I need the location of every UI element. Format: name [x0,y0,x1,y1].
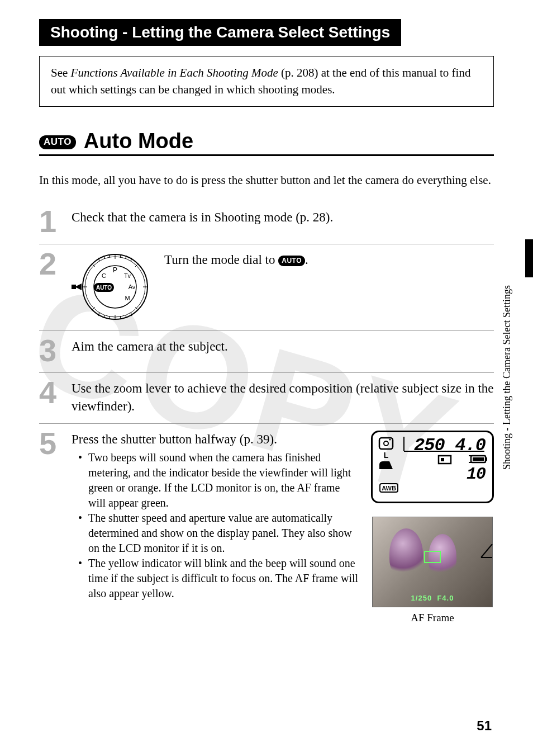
step-number: 3 [39,337,61,365]
svg-point-33 [389,439,391,441]
photo-aperture: F4.0 [437,594,454,602]
step-number: 4 [39,379,61,415]
sample-photo: 1/250 F4.0 [372,517,493,607]
steps-list: 1 Check that the camera is in Shooting m… [39,202,494,634]
intro-text: In this mode, all you have to do is pres… [39,172,494,188]
svg-line-27 [110,316,110,319]
awb-label: AWB [382,485,396,492]
svg-line-21 [110,254,110,258]
step-number: 2 [39,250,61,323]
step-text: Aim the camera at the subject. [72,337,494,365]
lcd-shots: 10 [467,462,486,486]
step-number: 5 [39,429,61,626]
note-intro: See [51,66,71,79]
svg-text:Tv: Tv [124,272,131,279]
note-box: See Functions Available in Each Shooting… [39,56,494,107]
note-italic: Functions Available in Each Shooting Mod… [71,66,278,79]
step-text: Use the zoom lever to achieve the desire… [72,379,494,415]
svg-rect-18 [72,285,76,289]
section-header: AUTO Auto Mode [39,129,494,156]
svg-rect-39 [441,458,444,461]
svg-text:Av: Av [129,284,136,290]
bullet-item: The yellow indicator will blink and the … [78,556,360,601]
svg-text:AUTO: AUTO [96,285,112,291]
lcd-panel-illustration: L AWB [371,431,494,503]
mode-dial-illustration: AUTO P Tv Av M C [72,251,150,323]
photo-shutter: 1/250 [411,594,432,602]
chapter-title: Shooting - Letting the Camera Select Set… [39,19,401,46]
af-frame-indicator [424,551,441,563]
bullet-item: The shutter speed and aperture value are… [78,511,360,556]
lcd-shutter: 250 [414,433,445,459]
step-text: Check that the camera is in Shooting mod… [72,207,494,235]
step-3: 3 Aim the camera at the subject. [39,331,494,373]
step-4: 4 Use the zoom lever to achieve the desi… [39,373,494,424]
svg-text:M: M [125,295,130,301]
auto-mode-icon: AUTO [278,256,305,267]
section-title: Auto Mode [84,129,193,153]
step-5: 5 Press the shutter button halfway (p. 3… [39,424,494,634]
step-text: Turn the mode dial to AUTO. [164,251,308,269]
svg-text:C: C [102,272,106,279]
lcd-aperture: 4.0 [455,433,486,459]
auto-mode-icon: AUTO [39,135,76,149]
step-2: 2 AUTO P Tv Av M [39,244,494,331]
step-number: 1 [39,207,61,235]
svg-line-22 [121,254,121,258]
page-content: Shooting - Letting the Camera Select Set… [0,0,533,756]
sample-photo-block: 1/250 F4.0 AF Frame [372,517,493,626]
svg-rect-42 [486,457,487,461]
svg-point-32 [384,441,388,446]
svg-line-28 [121,316,121,319]
svg-text:L: L [384,451,389,460]
bullet-list: Two beeps will sound when the camera has… [72,450,360,601]
step-1: 1 Check that the camera is in Shooting m… [39,202,494,244]
photo-caption: AF Frame [372,611,493,626]
step-heading: Press the shutter button halfway (p. 39)… [72,431,360,448]
bullet-item: Two beeps will sound when the camera has… [78,450,360,511]
svg-line-43 [481,544,492,557]
svg-text:P: P [113,266,117,274]
callout-arrow-icon [477,544,493,578]
